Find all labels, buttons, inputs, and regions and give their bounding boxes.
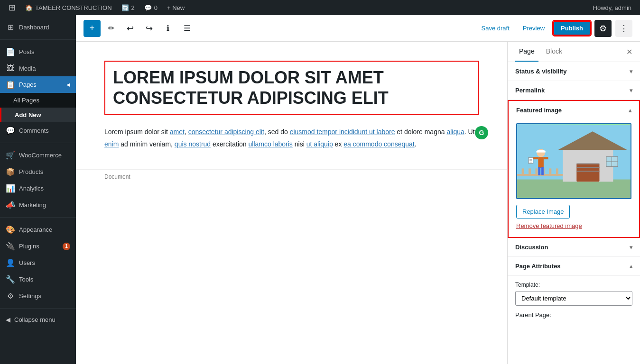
list-view-button[interactable]: ☰: [178, 20, 195, 37]
sidebar-item-users[interactable]: 👤 Users: [0, 255, 76, 271]
sidebar-divider-3: [0, 217, 76, 218]
remove-featured-image-link[interactable]: Remove featured image: [516, 222, 631, 229]
sidebar-item-media[interactable]: 🖼 Media: [0, 60, 76, 76]
featured-image-preview[interactable]: [516, 123, 631, 199]
tools-icon: 🔧: [6, 275, 15, 284]
add-new-label: Add New: [15, 111, 41, 118]
sidebar-label-posts: Posts: [19, 48, 35, 55]
paragraph-wrapper: Lorem ipsum dolor sit amet, consectetur …: [104, 126, 479, 150]
comments-count: 0: [154, 4, 158, 11]
sidebar-label-users: Users: [19, 259, 35, 266]
ullamco-link[interactable]: ullamco laboris: [249, 140, 293, 148]
sidebar-label-products: Products: [19, 168, 43, 175]
sidebar-item-comments[interactable]: 💬 Comments: [0, 122, 76, 139]
tab-page[interactable]: Page: [515, 42, 538, 62]
page-attributes-header[interactable]: Page Attributes ▴: [508, 257, 640, 276]
redo-button[interactable]: ↪: [140, 20, 158, 37]
grammarly-button[interactable]: G: [475, 126, 488, 139]
sidebar-item-analytics[interactable]: 📊 Analytics: [0, 180, 76, 197]
wp-logo-item[interactable]: ⊞: [4, 0, 20, 15]
enim-link[interactable]: enim: [104, 140, 119, 148]
collapse-label: Collapse menu: [14, 316, 56, 323]
site-name-item[interactable]: 🏠 TAMEER CONSTRUCTION: [20, 0, 117, 15]
consectetur-link[interactable]: consectetur adipiscing elit: [188, 128, 264, 136]
edit-tool-button[interactable]: ✏: [102, 20, 120, 37]
sidebar-item-appearance[interactable]: 🎨 Appearance: [0, 221, 76, 238]
sidebar-item-all-pages[interactable]: All Pages: [0, 93, 76, 108]
title-line-1: LOREM IPSUM DOLOR SIT AMET: [113, 67, 470, 88]
amet-link[interactable]: amet: [170, 128, 185, 136]
sidebar-item-pages[interactable]: 📋 Pages ◀: [0, 76, 76, 93]
page-title-block[interactable]: LOREM IPSUM DOLOR SIT AMET CONSECTETUR A…: [104, 61, 479, 115]
sidebar-item-dashboard[interactable]: ⊞ Dashboard: [0, 19, 76, 36]
featured-image-section: Featured image ▴: [508, 100, 640, 238]
svg-rect-13: [529, 168, 531, 175]
ut-link[interactable]: ut aliquip: [306, 140, 333, 148]
products-icon: 📦: [6, 167, 15, 176]
close-sidebar-button[interactable]: ✕: [626, 47, 632, 56]
sidebar-divider-1: [0, 39, 76, 40]
editor-main-wrapper: LOREM IPSUM DOLOR SIT AMET CONSECTETUR A…: [76, 42, 507, 364]
collapse-menu-button[interactable]: ◀ Collapse menu: [0, 312, 76, 327]
add-block-button[interactable]: +: [83, 20, 101, 37]
home-icon: 🏠: [25, 4, 33, 11]
page-title: LOREM IPSUM DOLOR SIT AMET CONSECTETUR A…: [113, 67, 470, 108]
sidebar-divider-4: [0, 308, 76, 309]
sidebar-item-tools[interactable]: 🔧 Tools: [0, 271, 76, 288]
tab-block[interactable]: Block: [542, 42, 566, 62]
edit-icon: ✏: [108, 24, 114, 33]
replace-image-button[interactable]: Replace Image: [516, 205, 570, 218]
site-name: TAMEER CONSTRUCTION: [35, 4, 112, 11]
publish-button[interactable]: Publish: [553, 21, 591, 36]
save-draft-button[interactable]: Save draft: [477, 22, 514, 35]
aliqua-link[interactable]: aliqua: [446, 128, 464, 136]
comments-nav-icon: 💬: [6, 126, 15, 135]
discussion-section[interactable]: Discussion ▾: [508, 238, 640, 257]
sidebar-item-products[interactable]: 📦 Products: [0, 164, 76, 180]
featured-image-header[interactable]: Featured image ▴: [509, 101, 639, 119]
comments-item[interactable]: 💬 0: [139, 0, 162, 15]
permalink-section[interactable]: Permalink ▾: [508, 81, 640, 100]
svg-rect-4: [576, 164, 599, 182]
status-visibility-section[interactable]: Status & visibility ▾: [508, 62, 640, 81]
marketing-icon: 📣: [6, 200, 15, 209]
document-label: Document: [76, 169, 507, 184]
permalink-label: Permalink: [515, 87, 545, 94]
main-layout: ⊞ Dashboard 📄 Posts 🖼 Media 📋 Pages ◀ Al…: [0, 15, 640, 364]
sidebar-label-pages: Pages: [19, 81, 37, 88]
new-item[interactable]: + New: [162, 0, 189, 15]
svg-rect-16: [549, 168, 551, 175]
sidebar-item-settings[interactable]: ⚙ Settings: [0, 288, 76, 304]
template-select[interactable]: Default template: [515, 291, 632, 306]
undo-button[interactable]: ↩: [121, 20, 139, 37]
dashboard-icon: ⊞: [6, 23, 15, 32]
sidebar-item-marketing[interactable]: 📣 Marketing: [0, 197, 76, 213]
sidebar-label-media: Media: [19, 65, 36, 72]
editor-content: LOREM IPSUM DOLOR SIT AMET CONSECTETUR A…: [76, 42, 640, 364]
page-attributes-section: Page Attributes ▴ Template: Default temp…: [508, 257, 640, 324]
sidebar-label-plugins: Plugins: [19, 243, 39, 250]
discussion-chevron-icon: ▾: [630, 244, 632, 251]
sidebar-item-plugins[interactable]: 🔌 Plugins 1: [0, 238, 76, 255]
updates-item[interactable]: 🔄 2: [117, 0, 139, 15]
discussion-label: Discussion: [515, 244, 548, 251]
featured-image-body: Replace Image Remove featured image: [509, 119, 639, 237]
editor-main[interactable]: LOREM IPSUM DOLOR SIT AMET CONSECTETUR A…: [76, 42, 507, 169]
plugins-icon: 🔌: [6, 242, 15, 251]
preview-button[interactable]: Preview: [518, 22, 549, 35]
appearance-icon: 🎨: [6, 225, 15, 234]
svg-rect-6: [576, 167, 599, 168]
settings-button[interactable]: ⚙: [594, 20, 612, 37]
sidebar-item-woocommerce[interactable]: 🛒 WooCommerce: [0, 147, 76, 164]
more-options-button[interactable]: ⋮: [615, 20, 632, 37]
ea-link[interactable]: ea commodo consequat: [343, 140, 414, 148]
editor-paragraph[interactable]: Lorem ipsum dolor sit amet, consectetur …: [104, 126, 479, 150]
admin-bar-right: Howdy, admin: [588, 4, 636, 11]
pages-submenu: All Pages Add New: [0, 93, 76, 122]
eiusmod-link[interactable]: eiusmod tempor incididunt ut labore: [290, 128, 395, 136]
sidebar-item-posts[interactable]: 📄 Posts: [0, 44, 76, 60]
sidebar-item-add-new[interactable]: Add New: [0, 108, 76, 122]
info-button[interactable]: ℹ: [159, 20, 176, 37]
quis-link[interactable]: quis nostrud: [175, 140, 211, 148]
sidebar-label-comments: Comments: [19, 127, 49, 134]
